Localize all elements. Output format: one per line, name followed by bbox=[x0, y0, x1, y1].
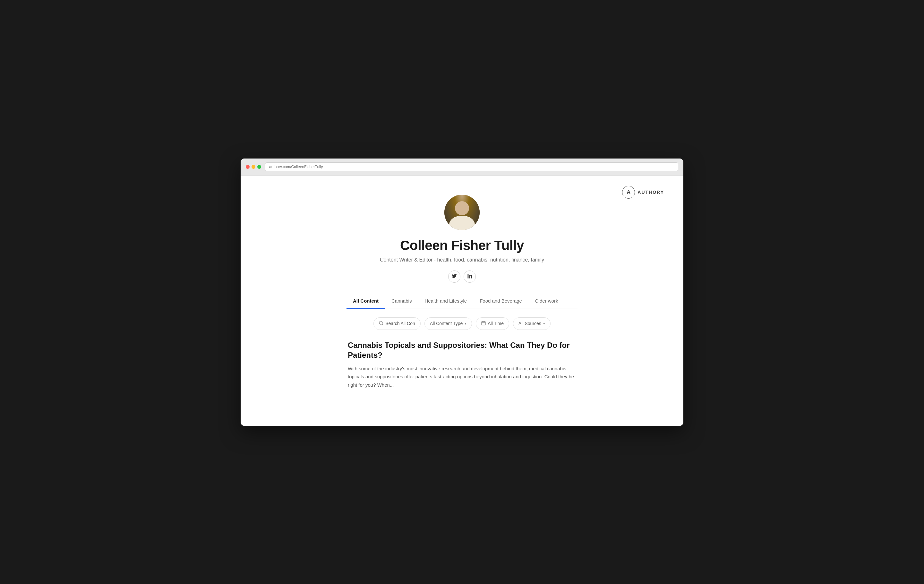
logo-circle: A bbox=[622, 186, 635, 199]
sources-filter[interactable]: All Sources ▾ bbox=[513, 317, 551, 330]
article-title[interactable]: Cannabis Topicals and Suppositories: Wha… bbox=[348, 340, 576, 360]
search-icon bbox=[379, 321, 383, 326]
profile-section: Colleen Fisher Tully Content Writer & Ed… bbox=[241, 175, 683, 389]
twitter-button[interactable] bbox=[448, 271, 460, 283]
authory-logo[interactable]: A AUTHORY bbox=[622, 186, 664, 199]
tab-all-content[interactable]: All Content bbox=[346, 294, 385, 308]
tab-older-work[interactable]: Older work bbox=[528, 294, 565, 308]
address-text: authory.com/ColleenFisherTully bbox=[269, 165, 323, 169]
content-type-label: All Content Type bbox=[430, 321, 463, 326]
social-links bbox=[448, 271, 476, 283]
tabs-container: All Content Cannabis Health and Lifestyl… bbox=[346, 294, 578, 308]
search-placeholder: Search All Con bbox=[385, 321, 415, 326]
avatar-image bbox=[444, 195, 480, 230]
author-name: Colleen Fisher Tully bbox=[400, 238, 524, 253]
content-type-filter[interactable]: All Content Type ▾ bbox=[424, 317, 472, 330]
time-filter[interactable]: All Time bbox=[476, 317, 509, 330]
browser-chrome: authory.com/ColleenFisherTully bbox=[241, 158, 683, 175]
avatar bbox=[444, 195, 480, 230]
content-area: Cannabis Topicals and Suppositories: Wha… bbox=[346, 340, 578, 389]
close-button[interactable] bbox=[246, 165, 249, 169]
address-bar[interactable]: authory.com/ColleenFisherTully bbox=[265, 162, 678, 172]
maximize-button[interactable] bbox=[257, 165, 261, 169]
article-excerpt: With some of the industry's most innovat… bbox=[348, 365, 576, 389]
time-label: All Time bbox=[488, 321, 504, 326]
svg-line-1 bbox=[382, 324, 383, 325]
filters-row: Search All Con All Content Type ▾ bbox=[372, 317, 552, 330]
tab-health-and-lifestyle[interactable]: Health and Lifestyle bbox=[418, 294, 473, 308]
twitter-icon bbox=[452, 274, 457, 279]
tab-cannabis[interactable]: Cannabis bbox=[385, 294, 418, 308]
author-bio: Content Writer & Editor - health, food, … bbox=[380, 257, 544, 263]
browser-window: authory.com/ColleenFisherTully A AUTHORY… bbox=[241, 158, 683, 426]
svg-rect-2 bbox=[482, 322, 485, 325]
linkedin-icon bbox=[467, 274, 472, 279]
search-filter[interactable]: Search All Con bbox=[373, 317, 421, 330]
sources-label: All Sources bbox=[518, 321, 541, 326]
linkedin-button[interactable] bbox=[464, 271, 476, 283]
chevron-down-icon: ▾ bbox=[543, 322, 545, 326]
traffic-lights bbox=[246, 165, 261, 169]
logo-name: AUTHORY bbox=[637, 190, 664, 195]
logo-symbol: A bbox=[627, 189, 631, 195]
minimize-button[interactable] bbox=[252, 165, 256, 169]
browser-content: A AUTHORY Colleen Fisher Tully Content W… bbox=[241, 175, 683, 426]
calendar-icon bbox=[481, 321, 486, 326]
tab-food-and-beverage[interactable]: Food and Beverage bbox=[473, 294, 528, 308]
chevron-down-icon: ▾ bbox=[465, 322, 467, 326]
